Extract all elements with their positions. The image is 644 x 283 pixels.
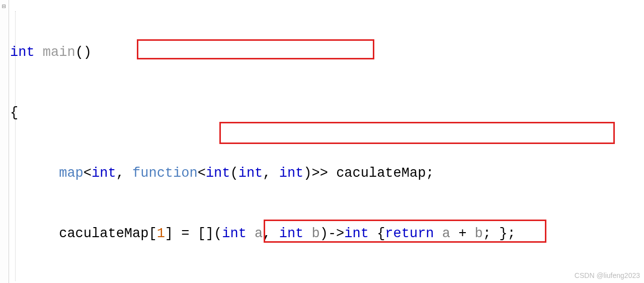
code-line: int main() <box>10 42 642 62</box>
watermark: CSDN @liufeng2023 <box>575 270 640 281</box>
fold-minus-icon[interactable]: ⊟ <box>1 4 7 10</box>
code-line: caculateMap[1] = [](int a, int b)->int {… <box>10 224 642 244</box>
code-line: map<int, function<int(int, int)>> cacula… <box>10 163 642 183</box>
gutter: ⊟ <box>0 0 9 283</box>
code-line: { <box>10 103 642 123</box>
code-editor[interactable]: int main() { map<int, function<int(int, … <box>10 2 642 283</box>
